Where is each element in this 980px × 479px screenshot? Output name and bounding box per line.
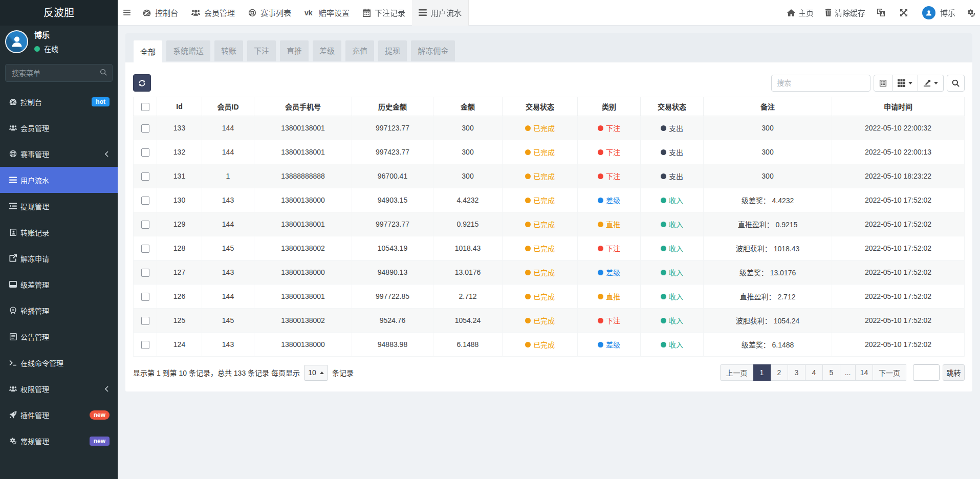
svg-text:vk: vk <box>304 10 313 16</box>
